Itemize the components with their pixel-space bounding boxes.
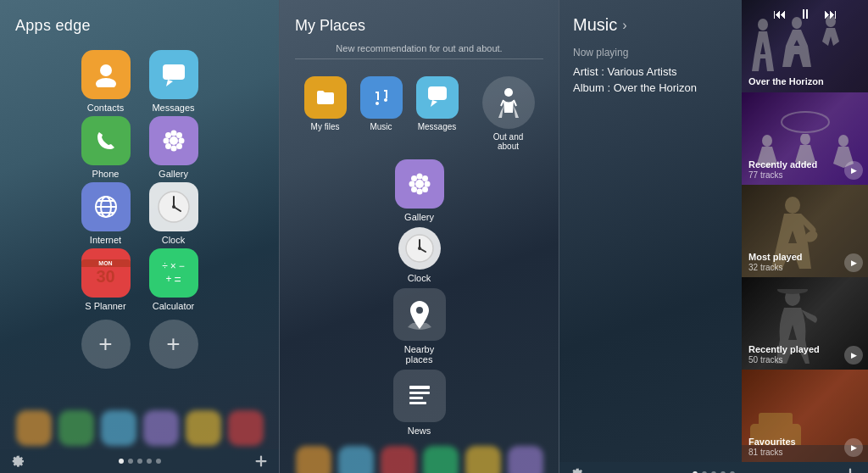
svg-point-21 [172, 205, 175, 209]
bottom-bar-3 [559, 462, 868, 473]
phone-icon [81, 116, 131, 165]
card-recent-play[interactable]: ▶ [844, 346, 863, 364]
places-clock[interactable]: Clock [398, 227, 441, 283]
app-gallery[interactable]: Gallery [149, 116, 198, 179]
places-music[interactable]: Music [360, 76, 403, 151]
svg-point-8 [178, 138, 184, 144]
places-messages[interactable]: Messages [416, 76, 459, 151]
app-clock[interactable]: Clock [149, 182, 198, 245]
clock2-icon [398, 227, 441, 270]
svg-point-11 [165, 143, 171, 149]
svg-point-37 [418, 247, 421, 250]
music-main-row: Music › Now playing Artist : Various Art… [559, 0, 868, 462]
music-card-added[interactable]: Recently added 77 tracks ▶ [742, 92, 868, 185]
svg-point-10 [176, 132, 182, 138]
next-button[interactable]: ⏭ [824, 7, 837, 22]
svg-rect-22 [428, 86, 447, 100]
dot-2 [128, 459, 133, 464]
svg-point-7 [163, 138, 169, 144]
calculator-label: Calculator [153, 301, 195, 311]
add-page-icon[interactable] [253, 454, 269, 469]
card-most-play[interactable]: ▶ [844, 253, 863, 272]
svg-point-6 [170, 146, 176, 152]
dot-1 [119, 459, 124, 464]
gallery-label: Gallery [159, 169, 188, 179]
svg-point-4 [170, 136, 178, 145]
out-about-label: Out andabout [493, 132, 524, 151]
music-card-most[interactable]: Most played 32 tracks ▶ [742, 185, 868, 277]
places-header: My Places New recommendation for out and… [280, 0, 559, 66]
add-page-icon-3[interactable] [843, 466, 858, 473]
places-news[interactable]: News [393, 370, 446, 436]
dock-row-2 [280, 439, 559, 473]
dock-row [0, 403, 279, 449]
app-calculator[interactable]: ÷× −+ = Calculator [149, 248, 198, 311]
splanner-label: S Planner [85, 301, 125, 311]
places-nearby[interactable]: Nearbyplaces [393, 288, 446, 364]
places-title: My Places [295, 17, 543, 35]
settings-icon-3[interactable] [570, 466, 585, 473]
card-now-label: Over the Horizon [748, 76, 861, 87]
places-gallery[interactable]: Gallery [395, 159, 444, 222]
dock-icon-2 [58, 410, 94, 446]
app-phone[interactable]: Phone [81, 116, 131, 179]
music-app-icon [360, 76, 403, 119]
apps-row-1: Contacts Messages [81, 50, 198, 113]
svg-rect-41 [409, 402, 426, 404]
places-main-list: Gallery Clock [280, 156, 559, 439]
dock-icon-3 [101, 410, 136, 446]
dock-icon-6 [228, 410, 264, 446]
music-nav-arrow[interactable]: › [622, 18, 626, 33]
places-out-about[interactable]: Out andabout [482, 76, 535, 151]
music-artist: Artist : Various Artists [573, 65, 728, 78]
play-pause-button[interactable]: ⏸ [798, 7, 812, 22]
svg-point-27 [416, 189, 422, 195]
music-card-recent[interactable]: Recently played 50 tracks ▶ [742, 277, 868, 370]
add-app-button-1[interactable]: + [81, 320, 131, 369]
apps-edge-panel: Apps edge Contacts Messages [0, 0, 280, 473]
app-messages[interactable]: Messages [149, 50, 198, 113]
settings-icon[interactable] [10, 454, 25, 469]
card-added-play[interactable]: ▶ [844, 161, 863, 180]
card-fav-play[interactable]: ▶ [844, 438, 863, 457]
bottom-bar-1 [0, 449, 279, 473]
recommendation-text: New recommendation for out and about. [295, 42, 543, 59]
add-app-button-2[interactable]: + [149, 320, 198, 369]
internet-icon [81, 182, 131, 231]
prev-button[interactable]: ⏮ [773, 7, 787, 22]
music-app-label: Music [370, 122, 392, 131]
gallery-icon [149, 116, 198, 165]
clock-icon [149, 182, 198, 231]
dot-3 [137, 459, 142, 464]
svg-point-30 [411, 175, 417, 181]
svg-point-33 [422, 186, 428, 192]
music-controls[interactable]: ⏮ ⏸ ⏭ [742, 7, 868, 22]
apps-row-4: MON 30 S Planner ÷× −+ = Calculato [81, 248, 198, 311]
news-label: News [408, 426, 431, 436]
my-places-panel: My Places New recommendation for out and… [280, 0, 559, 473]
music-card-fav[interactable]: Favourites 81 tracks ▶ [742, 370, 868, 462]
now-playing-label: Now playing [573, 47, 728, 58]
dock2-icon-1 [296, 446, 331, 473]
music-card-now[interactable]: Over the Horizon ⏮ ⏸ ⏭ [742, 0, 868, 92]
svg-point-1 [96, 78, 116, 87]
apps-edge-title: Apps edge [0, 0, 279, 43]
places-myfiles[interactable]: My files [304, 76, 347, 151]
out-about-icon [482, 76, 535, 129]
dock2-icon-5 [465, 446, 501, 473]
music-title: Music [573, 15, 617, 35]
my-places-content: My Places New recommendation for out and… [280, 0, 559, 473]
nearby-icon [393, 288, 446, 341]
app-internet[interactable]: Internet [81, 182, 131, 245]
svg-point-9 [165, 132, 171, 138]
news-icon [393, 370, 446, 422]
messages2-icon [416, 76, 459, 119]
messages2-label: Messages [418, 122, 457, 131]
myfiles-icon [304, 76, 347, 119]
app-contacts[interactable]: Contacts [81, 50, 131, 113]
svg-marker-3 [166, 80, 173, 86]
messages-label: Messages [152, 103, 194, 113]
app-splanner[interactable]: MON 30 S Planner [81, 248, 131, 311]
svg-point-12 [176, 143, 182, 149]
contacts-label: Contacts [87, 103, 124, 113]
